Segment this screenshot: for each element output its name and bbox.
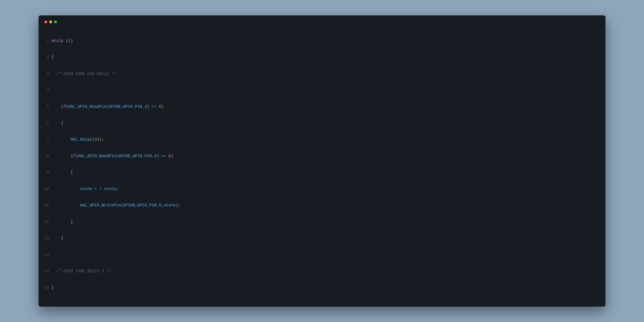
line-number: 2 <box>44 55 49 60</box>
line-number: 16 <box>44 285 49 291</box>
line-number: 7 <box>44 137 49 143</box>
code-line: 10 state = ! state; <box>44 186 600 192</box>
code-line: 2{ <box>44 55 600 60</box>
line-number: 13 <box>44 236 49 241</box>
code-src: } <box>52 219 600 225</box>
line-number: 11 <box>44 203 49 208</box>
line-number: 3 <box>44 71 49 77</box>
code-src <box>52 252 600 258</box>
line-number: 14 <box>44 252 49 258</box>
code-line: 8 if(HAL_GPIO_ReadPin(GPIOE,GPIO_PIN_4) … <box>44 154 600 159</box>
code-window: 1while (1) 2{ 3 /* USER CODE END WHILE *… <box>38 15 605 307</box>
code-src: while (1) <box>52 38 600 44</box>
code-src: { <box>52 121 600 126</box>
code-src: if(HAL_GPIO_ReadPin(GPIOE,GPIO_PIN_4) ==… <box>52 104 600 110</box>
code-line: 11 HAL_GPIO_WritePin(GPIOB,GPIO_PIN_5,st… <box>44 203 600 208</box>
line-number: 12 <box>44 219 49 225</box>
code-line: 15 /* USER CODE BEGIN 3 */ <box>44 269 600 274</box>
line-number: 10 <box>44 186 49 192</box>
line-number: 1 <box>44 38 49 44</box>
code-line: 13 } <box>44 236 600 241</box>
code-src: { <box>52 170 600 176</box>
code-line: 7 HAL_Delay(10); <box>44 137 600 143</box>
code-line: 12 } <box>44 219 600 225</box>
code-line: 1while (1) <box>44 38 600 44</box>
zoom-icon[interactable] <box>54 20 57 23</box>
code-block: 1while (1) 2{ 3 /* USER CODE END WHILE *… <box>44 27 600 302</box>
code-src: } <box>52 285 600 291</box>
code-line: 4 <box>44 88 600 93</box>
code-line: 16} <box>44 285 600 291</box>
code-line: 5 if(HAL_GPIO_ReadPin(GPIOE,GPIO_PIN_4) … <box>44 104 600 110</box>
line-number: 6 <box>44 121 49 126</box>
line-number: 5 <box>44 104 49 110</box>
minimize-icon[interactable] <box>49 20 52 23</box>
line-number: 15 <box>44 269 49 274</box>
code-src: } <box>52 236 600 241</box>
code-src: /* USER CODE END WHILE */ <box>52 71 600 77</box>
code-line: 6 { <box>44 121 600 126</box>
code-src: if(HAL_GPIO_ReadPin(GPIOE,GPIO_PIN_4) ==… <box>52 154 600 159</box>
window-titlebar <box>44 20 600 27</box>
line-number: 4 <box>44 88 49 93</box>
code-src: HAL_GPIO_WritePin(GPIOB,GPIO_PIN_5,state… <box>52 203 600 208</box>
code-line: 3 /* USER CODE END WHILE */ <box>44 71 600 77</box>
code-src: /* USER CODE BEGIN 3 */ <box>52 269 600 274</box>
code-line: 14 <box>44 252 600 258</box>
close-icon[interactable] <box>44 20 47 23</box>
code-src: { <box>52 55 600 60</box>
line-number: 9 <box>44 170 49 176</box>
code-src: HAL_Delay(10); <box>52 137 600 143</box>
code-line: 9 { <box>44 170 600 176</box>
line-number: 8 <box>44 154 49 159</box>
code-src: state = ! state; <box>52 186 600 192</box>
code-src <box>52 88 600 93</box>
